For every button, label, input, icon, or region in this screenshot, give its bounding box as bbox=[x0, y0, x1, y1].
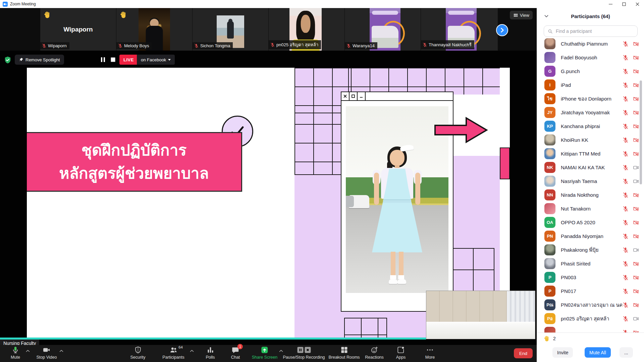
participant-row[interactable] bbox=[537, 325, 644, 333]
search-icon bbox=[547, 28, 553, 34]
filmstrip-tile[interactable]: Melody Boys bbox=[116, 8, 192, 51]
participant-name: iPhone ของ Donlaporn bbox=[561, 95, 622, 103]
more-button[interactable]: More bbox=[425, 346, 435, 360]
reactions-button[interactable]: Reactions bbox=[365, 346, 384, 360]
participants-options-chevron-icon[interactable] bbox=[190, 350, 194, 352]
participant-row[interactable]: GG.punch bbox=[537, 64, 644, 78]
stop-video-button[interactable]: Stop Video bbox=[37, 346, 57, 360]
tile-participant-name: Thannayaส Nakhuchรี bbox=[429, 41, 472, 48]
security-shield-icon bbox=[3, 56, 12, 64]
participants-button[interactable]: 64Participants bbox=[162, 346, 184, 360]
participant-row[interactable]: Kittipan TTM Med bbox=[537, 147, 644, 161]
maximize-icon[interactable] bbox=[617, 0, 631, 8]
next-page-icon[interactable] bbox=[496, 24, 508, 36]
filmstrip-tile[interactable]: WipapornWipaporn bbox=[40, 8, 116, 51]
end-meeting-button[interactable]: End bbox=[514, 348, 533, 358]
mic-muted-icon bbox=[270, 42, 275, 47]
tile-participant-name: pn025 อริญดา สุดหล้า bbox=[276, 41, 318, 48]
participant-row[interactable]: ไขiPhone ของ Donlaporn bbox=[537, 92, 644, 106]
raised-hands-counter: 2 bbox=[544, 335, 556, 342]
meeting-stage: Thannayaส NakhuchรีWaranya14pn025 อริญดา… bbox=[0, 8, 537, 362]
mute-all-button[interactable]: Mute All bbox=[585, 347, 611, 358]
participant-row[interactable]: KPKanchana phiprai bbox=[537, 119, 644, 133]
participant-row[interactable]: Chuthathip Piamnum bbox=[537, 37, 644, 51]
participant-name: Nasriyah Taema bbox=[561, 178, 622, 184]
mic-muted-icon bbox=[622, 41, 629, 47]
participant-row[interactable]: NNNirada Nokthong bbox=[537, 188, 644, 202]
participant-row[interactable]: KhoiRun KK bbox=[537, 133, 644, 147]
filmstrip-tile[interactable]: Sichon Tongma bbox=[193, 8, 268, 51]
filmstrip-tile[interactable]: Thannayaส Nakhuchรี bbox=[421, 8, 498, 51]
polls-button[interactable]: Polls bbox=[206, 346, 215, 360]
mute-button[interactable]: Mute bbox=[11, 346, 20, 360]
close-icon[interactable] bbox=[631, 0, 644, 8]
participant-row[interactable]: JYJiratchaya Yooyatmak bbox=[537, 106, 644, 119]
participant-name: PN017 bbox=[561, 288, 622, 294]
share-options-chevron-icon[interactable] bbox=[279, 350, 283, 352]
chat-icon: 1 bbox=[231, 346, 239, 354]
security-icon bbox=[134, 346, 142, 354]
collapse-panel-icon[interactable] bbox=[543, 13, 550, 19]
slide-title-line2: หลักสูตรผู้ช่วยพยาบาล bbox=[59, 162, 209, 185]
participant-row[interactable]: PPN003 bbox=[537, 270, 644, 284]
breakout-button[interactable]: Breakout Rooms bbox=[328, 346, 360, 360]
tile-participant-name: Waranya14 bbox=[353, 43, 375, 48]
participant-row[interactable]: Pอpn025 อริญดา สุดหล้า bbox=[537, 312, 644, 325]
participant-row[interactable]: PณPN024นางสาวอรอุมา ณ นคร bbox=[537, 298, 644, 312]
minimize-icon[interactable] bbox=[604, 0, 617, 8]
share-button[interactable]: Share Screen bbox=[252, 346, 277, 360]
filmstrip-tile[interactable]: Waranya14 bbox=[345, 8, 421, 51]
video-off-icon bbox=[633, 302, 639, 308]
participant-row[interactable]: PPN017 bbox=[537, 284, 644, 298]
participant-name: OPPO A5 2020 bbox=[561, 220, 622, 225]
footer-divider bbox=[537, 333, 644, 333]
remove-spotlight-label: Remove Spotlight bbox=[25, 57, 60, 62]
participant-row[interactable]: Nut Tanakorn bbox=[537, 202, 644, 216]
participant-row[interactable]: OAOPPO A5 2020 bbox=[537, 216, 644, 229]
participant-row[interactable]: Fadel Booyusoh bbox=[537, 51, 644, 64]
participant-row[interactable]: Phakakrong พี่ปุ้ย bbox=[537, 243, 644, 257]
avatar-initials: Pอ bbox=[544, 313, 555, 324]
zoom-app-window: Zoom Meeting Thannayaส NakhuchรีWaranya1… bbox=[0, 0, 644, 362]
video-off-icon bbox=[633, 205, 639, 212]
reactions-icon bbox=[370, 346, 378, 354]
participant-row[interactable]: Nasriyah Taema bbox=[537, 174, 644, 188]
nursing-student-photo bbox=[346, 106, 448, 293]
invite-button[interactable]: Invite bbox=[552, 347, 573, 358]
raised-hands-count: 2 bbox=[553, 336, 556, 341]
avatar bbox=[544, 148, 555, 159]
search-input[interactable] bbox=[555, 28, 637, 34]
apps-button[interactable]: Apps bbox=[396, 346, 406, 360]
nursing-student-figure bbox=[372, 146, 422, 287]
stop-stream-icon[interactable] bbox=[110, 57, 116, 63]
chevron-down-icon bbox=[168, 59, 171, 61]
zoom-app-icon bbox=[3, 2, 8, 7]
tile-participant-name: Sichon Tongma bbox=[200, 43, 230, 48]
participant-row[interactable]: NKNAMAI KAI KA TAK bbox=[537, 161, 644, 174]
live-destination-button[interactable]: on Facebook bbox=[137, 55, 175, 65]
stop-video-options-chevron-icon[interactable] bbox=[59, 350, 63, 352]
chat-button[interactable]: 1Chat bbox=[231, 346, 240, 360]
security-button[interactable]: Security bbox=[130, 346, 145, 360]
presenter-video-pip[interactable] bbox=[426, 291, 535, 339]
remove-spotlight-button[interactable]: Remove Spotlight bbox=[15, 55, 64, 65]
participant-row[interactable]: IiPad bbox=[537, 78, 644, 92]
more-options-button[interactable]: ... bbox=[620, 347, 633, 358]
participants-count-badge: 64 bbox=[178, 345, 183, 349]
participant-row[interactable]: Phasit Sirited bbox=[537, 257, 644, 270]
mic-muted-icon bbox=[346, 43, 351, 48]
pause-stream-icon[interactable] bbox=[100, 57, 106, 63]
participants-title: Participants (64) bbox=[537, 13, 644, 19]
retro-window-titlebar bbox=[341, 92, 453, 101]
mute-options-chevron-icon[interactable] bbox=[26, 350, 30, 352]
view-button[interactable]: View bbox=[510, 11, 533, 19]
retro-minimize-icon bbox=[358, 92, 366, 100]
record-button[interactable]: Pause/Stop Recording bbox=[283, 346, 325, 360]
filmstrip-tile[interactable]: pn025 อริญดา สุดหล้า bbox=[269, 8, 344, 51]
scrollbar-thumb[interactable] bbox=[640, 80, 642, 184]
participant-search-box[interactable] bbox=[544, 25, 638, 37]
mic-muted-icon bbox=[622, 178, 629, 185]
avatar-initials: I bbox=[544, 79, 555, 90]
video-off-icon bbox=[633, 150, 639, 157]
participant-row[interactable]: PNPanadda Niyomjan bbox=[537, 229, 644, 243]
